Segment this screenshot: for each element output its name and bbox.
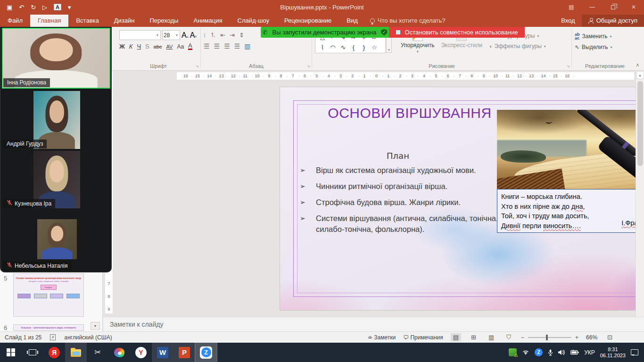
zoom-app-button[interactable]: Z bbox=[195, 343, 217, 362]
tab-slide-show[interactable]: Слайд-шоу bbox=[230, 15, 277, 27]
font-size-combo[interactable]: 28▾ bbox=[162, 30, 180, 40]
clock[interactable]: 8:3106.11.2023 bbox=[600, 346, 626, 359]
participant-tile[interactable]: Андрій Гурдуз bbox=[0, 90, 111, 150]
align-left-button[interactable]: ☰ bbox=[204, 42, 210, 50]
text-shadow-button[interactable]: S bbox=[145, 43, 149, 50]
align-right-button[interactable]: ☰ bbox=[224, 42, 230, 50]
participant-tile[interactable]: Небельська Наталія bbox=[0, 210, 111, 271]
view-slideshow-button[interactable]: ⛉ bbox=[504, 333, 513, 342]
thumbnail-slide-6[interactable]: Клаузула – закінчення віршового рядка, п… bbox=[13, 324, 84, 331]
font-name-combo[interactable]: ▾ bbox=[119, 30, 161, 40]
shape-glyph[interactable]: ☆ bbox=[369, 42, 380, 52]
fit-slide-to-window-button[interactable]: ⊡ bbox=[605, 333, 615, 341]
replace-button[interactable]: abacЗаменить▾ bbox=[575, 33, 635, 40]
tell-me-box[interactable]: Что вы хотите сделать? bbox=[365, 17, 450, 27]
quote-box[interactable]: Книги – морська глибина.Хто в них пірне … bbox=[497, 189, 644, 233]
powerpoint-button[interactable]: P bbox=[173, 343, 195, 362]
tab-design[interactable]: Дизайн bbox=[107, 15, 142, 27]
sign-in-button[interactable]: Вход bbox=[554, 17, 581, 27]
scroll-up-button[interactable]: ▲ bbox=[636, 71, 644, 79]
align-center-button[interactable]: ☰ bbox=[214, 42, 220, 50]
language-label[interactable]: английский (США) bbox=[64, 334, 112, 341]
plan-bullet-list[interactable]: Вірш як система організації художньої мо… bbox=[299, 165, 502, 240]
view-slide-sorter-button[interactable]: ⊞ bbox=[469, 333, 479, 341]
close-button[interactable]: ✕ bbox=[623, 0, 644, 14]
vertical-scrollbar[interactable]: ▲ bbox=[636, 71, 644, 317]
paragraph-dialog-launcher[interactable]: ⇘ bbox=[307, 64, 310, 68]
save-icon[interactable]: ▣ bbox=[7, 4, 12, 11]
speaker-icon[interactable] bbox=[558, 349, 565, 355]
shape-glyph[interactable]: ∿ bbox=[338, 42, 348, 52]
yandex-browser-button[interactable]: Я bbox=[43, 343, 65, 362]
font-dialog-launcher[interactable]: ⇘ bbox=[196, 64, 199, 68]
shape-glyph[interactable]: } bbox=[359, 42, 369, 52]
strikethrough-button[interactable]: abc bbox=[154, 44, 162, 49]
share-button[interactable]: Общий доступ bbox=[582, 15, 644, 27]
underline-button[interactable]: Ч bbox=[137, 43, 141, 50]
redo-icon[interactable]: ↻ bbox=[31, 4, 36, 11]
undo-icon[interactable]: ↶ bbox=[19, 4, 24, 11]
language-indicator[interactable]: УКР bbox=[584, 349, 595, 356]
start-button[interactable] bbox=[0, 343, 22, 362]
change-case-button[interactable]: Aa bbox=[177, 43, 184, 50]
line-spacing-button[interactable]: ⇕ bbox=[239, 32, 244, 39]
tab-transitions[interactable]: Переходы bbox=[142, 15, 186, 27]
shrink-font-button[interactable]: A▾ bbox=[190, 31, 197, 40]
character-spacing-button[interactable]: AV bbox=[166, 44, 173, 49]
scrollbar-thumb[interactable] bbox=[637, 81, 643, 166]
italic-button[interactable]: К bbox=[129, 43, 133, 50]
justify-button[interactable]: ☰ bbox=[234, 42, 240, 50]
shape-glyph[interactable]: ⌇ bbox=[317, 42, 328, 52]
font-color-button[interactable]: A bbox=[188, 43, 192, 50]
tab-animations[interactable]: Анимация bbox=[186, 15, 230, 27]
bullets-button[interactable]: ⁝ bbox=[204, 32, 206, 39]
zoom-participants-panel[interactable]: Інна РодіоноваАндрій ГурдузКузнецова Іра… bbox=[0, 27, 112, 272]
ribbon-display-options-button[interactable]: ▤ bbox=[561, 0, 582, 14]
columns-button[interactable]: ▥ bbox=[244, 42, 250, 50]
zoom-out-button[interactable]: − bbox=[521, 334, 524, 341]
select-button[interactable]: ⇖Выделить▾ bbox=[575, 44, 635, 50]
customize-qat-icon[interactable]: ▾ bbox=[68, 4, 71, 11]
thumbnails-scroll-down-button[interactable]: ▼ bbox=[91, 322, 100, 330]
thumbnail-slide-5[interactable]: Головні чинники ритмічної організації мо… bbox=[13, 273, 84, 317]
restore-button[interactable] bbox=[603, 0, 623, 14]
grow-font-button[interactable]: A▴ bbox=[182, 31, 189, 40]
comments-toggle[interactable]: 🗩 Примечания bbox=[403, 334, 443, 341]
participant-tile[interactable]: Кузнецова Іра bbox=[0, 150, 111, 210]
tab-insert[interactable]: Вставка bbox=[68, 15, 106, 27]
tab-home[interactable]: Главная bbox=[30, 15, 68, 27]
participant-tile[interactable]: Інна Родіонова bbox=[0, 27, 111, 90]
notes-toggle[interactable]: ≐ Заметки bbox=[368, 334, 396, 341]
numbering-button[interactable]: ⒈ bbox=[210, 31, 216, 39]
view-reading-button[interactable]: ▥ bbox=[486, 333, 496, 341]
spellcheck-icon[interactable]: ✗ bbox=[50, 334, 56, 340]
zoom-tray-icon[interactable]: Z bbox=[535, 348, 543, 356]
shape-glyph[interactable]: { bbox=[348, 42, 359, 52]
slide-title[interactable]: ОСНОВИ ВІРШУВАННЯ bbox=[308, 105, 511, 121]
start-slideshow-icon[interactable]: ▷ bbox=[42, 4, 47, 11]
microphone-icon[interactable] bbox=[548, 349, 553, 356]
plan-heading[interactable]: План bbox=[299, 151, 497, 161]
word-button[interactable]: W bbox=[152, 343, 173, 362]
tab-file[interactable]: Файл bbox=[0, 15, 30, 27]
y-browser-button[interactable]: Y bbox=[130, 343, 152, 362]
increase-indent-button[interactable]: ⇥ bbox=[230, 32, 235, 39]
book-pen-image[interactable] bbox=[497, 110, 644, 189]
battery-icon[interactable] bbox=[570, 350, 579, 355]
action-center-icon[interactable] bbox=[631, 349, 638, 355]
snipping-tool-button[interactable]: ✂ bbox=[87, 343, 108, 362]
shape-effects-button[interactable]: ◖Эффекты фигуры▾ bbox=[489, 43, 560, 49]
decrease-indent-button[interactable]: ⇤ bbox=[220, 32, 225, 39]
zoom-in-button[interactable]: + bbox=[575, 334, 578, 341]
paint-button[interactable] bbox=[108, 343, 130, 362]
stop-share-button[interactable]: Остановить совместное использование bbox=[389, 27, 525, 38]
collapse-ribbon-button[interactable]: ∧ bbox=[636, 62, 639, 67]
zoom-knob[interactable] bbox=[546, 335, 548, 340]
slide-canvas[interactable]: ОСНОВИ ВІРШУВАННЯ План Вірш як система о… bbox=[280, 87, 644, 310]
notes-pane[interactable]: Заметки к слайду bbox=[103, 317, 644, 331]
view-normal-button[interactable]: ▤ bbox=[451, 333, 461, 341]
zoom-percentage[interactable]: 66% bbox=[586, 334, 597, 341]
drawing-dialog-launcher[interactable]: ⇘ bbox=[567, 64, 570, 68]
tab-view[interactable]: Вид bbox=[339, 15, 365, 27]
zoom-slider[interactable]: − + bbox=[521, 334, 578, 341]
